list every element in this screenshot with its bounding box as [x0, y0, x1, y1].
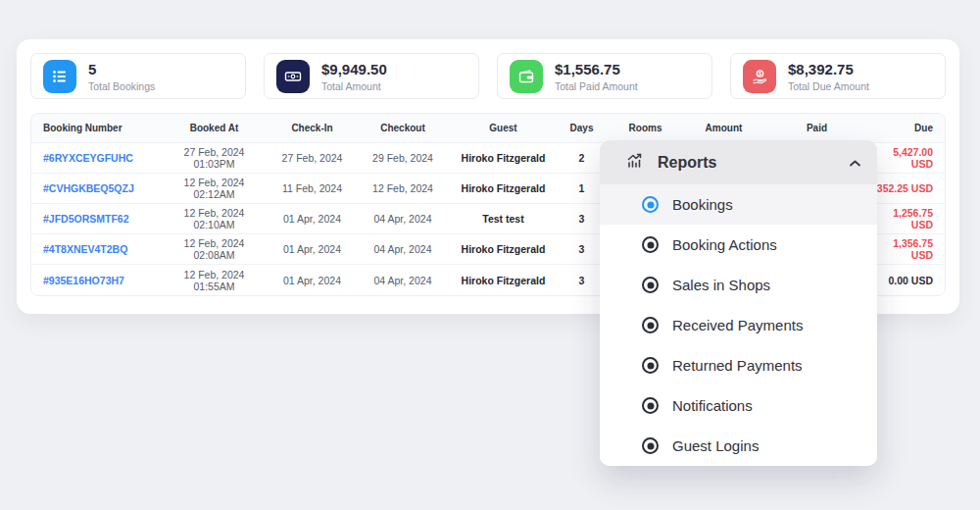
stat-card-total-paid: $1,556.75 Total Paid Amount: [497, 53, 712, 99]
checkout-cell: 04 Apr, 2024: [359, 275, 447, 286]
checkout-cell: 04 Apr, 2024: [359, 213, 447, 225]
hand-dollar-icon: $: [743, 60, 776, 93]
banknote-icon: [276, 60, 310, 93]
check-in-cell: 11 Feb, 2024: [266, 182, 359, 194]
days-cell: 3: [560, 275, 604, 286]
due-cell: 0.00 USD: [873, 275, 933, 286]
due-cell: 5,427.00 USD: [873, 146, 933, 170]
booked-at-cell: 12 Feb, 2024 01:55AM: [163, 269, 266, 292]
check-in-cell: 01 Apr, 2024: [266, 275, 359, 286]
booking-number-link[interactable]: #935E16HO73H7: [43, 275, 163, 286]
column-header-guest: Guest: [447, 123, 560, 133]
menu-item-received-payments[interactable]: Received Payments: [600, 305, 877, 345]
menu-item-label: Notifications: [672, 397, 753, 414]
column-header-days: Days: [560, 123, 604, 133]
days-cell: 1: [560, 182, 604, 194]
chevron-up-icon: [849, 154, 861, 172]
stat-value: $9,949.50: [321, 61, 387, 78]
menu-item-sales-in-shops[interactable]: Sales in Shops: [600, 265, 877, 305]
booking-number-link[interactable]: #4T8XNEV4T2BQ: [43, 243, 163, 255]
stat-value: $8,392.75: [788, 61, 869, 78]
column-header-amount: Amount: [687, 123, 760, 133]
booked-at-cell: 12 Feb, 2024 02:08AM: [163, 237, 266, 261]
menu-item-booking-actions[interactable]: Booking Actions: [600, 225, 877, 265]
list-icon: [43, 60, 76, 93]
reports-dropdown: Reports Bookings Booking Actions Sales i…: [600, 140, 877, 466]
menu-item-label: Bookings: [672, 196, 733, 213]
menu-item-label: Received Payments: [672, 317, 803, 333]
guest-cell: Hiroko Fitzgerald: [447, 275, 560, 286]
booked-at-cell: 12 Feb, 2024 02:12AM: [163, 177, 266, 200]
menu-item-guest-logins[interactable]: Guest Logins: [600, 426, 877, 466]
radio-icon: [642, 357, 659, 374]
column-header-rooms: Rooms: [604, 123, 687, 133]
column-header-due: Due: [873, 123, 933, 133]
chart-icon: [625, 151, 645, 175]
menu-item-notifications[interactable]: Notifications: [600, 385, 877, 426]
checkout-cell: 04 Apr, 2024: [359, 243, 447, 255]
radio-icon: [642, 236, 659, 253]
booking-number-link[interactable]: #6RYXCEYGFUHC: [43, 152, 163, 164]
stat-card-total-bookings: 5 Total Bookings: [30, 53, 246, 99]
column-header-booking-number: Booking Number: [43, 123, 163, 133]
days-cell: 3: [560, 213, 604, 225]
menu-item-label: Sales in Shops: [672, 277, 770, 293]
guest-cell: Hiroko Fitzgerald: [447, 182, 560, 194]
stat-card-total-amount: $9,949.50 Total Amount: [264, 53, 479, 99]
stat-value: $1,556.75: [555, 61, 638, 78]
radio-icon: [642, 317, 659, 333]
column-header-checkout: Checkout: [359, 123, 447, 133]
menu-item-returned-payments[interactable]: Returned Payments: [600, 345, 877, 385]
radio-icon: [642, 196, 659, 213]
check-in-cell: 27 Feb, 2024: [266, 152, 359, 164]
stats-row: 5 Total Bookings $9,949.50 Total Amount …: [30, 53, 946, 99]
stat-label: Total Amount: [321, 80, 387, 92]
due-cell: 1,356.75 USD: [873, 237, 933, 261]
check-in-cell: 01 Apr, 2024: [266, 213, 359, 225]
booked-at-cell: 12 Feb, 2024 02:10AM: [163, 207, 266, 230]
days-cell: 2: [560, 152, 604, 164]
stat-value: 5: [88, 61, 155, 78]
guest-cell: Test test: [447, 213, 560, 225]
menu-item-bookings[interactable]: Bookings: [600, 184, 877, 225]
due-cell: 1,256.75 USD: [873, 207, 933, 230]
menu-item-label: Returned Payments: [672, 357, 803, 374]
radio-icon: [642, 397, 659, 414]
checkout-cell: 12 Feb, 2024: [359, 182, 447, 194]
reports-dropdown-label: Reports: [658, 154, 849, 172]
menu-item-label: Guest Logins: [672, 437, 759, 454]
radio-icon: [642, 437, 659, 454]
guest-cell: Hiroko Fitzgerald: [447, 152, 560, 164]
radio-icon: [642, 277, 659, 293]
due-cell: 352.25 USD: [873, 182, 933, 194]
column-header-booked-at: Booked At: [163, 123, 266, 133]
checkout-cell: 29 Feb, 2024: [359, 152, 447, 164]
booking-number-link[interactable]: #JFD5ORSMTF62: [43, 213, 163, 225]
reports-dropdown-toggle[interactable]: Reports: [600, 140, 877, 184]
stat-label: Total Due Amount: [788, 80, 869, 92]
stat-card-total-due: $ $8,392.75 Total Due Amount: [730, 53, 946, 99]
booking-number-link[interactable]: #CVHGKBEQ5QZJ: [43, 182, 163, 194]
guest-cell: Hiroko Fitzgerald: [447, 243, 560, 255]
wallet-icon: [510, 60, 543, 93]
column-header-paid: Paid: [760, 123, 873, 133]
menu-item-label: Booking Actions: [672, 236, 777, 253]
stat-label: Total Paid Amount: [555, 80, 638, 92]
check-in-cell: 01 Apr, 2024: [266, 243, 359, 255]
stat-label: Total Bookings: [88, 80, 155, 92]
days-cell: 3: [560, 243, 604, 255]
column-header-check-in: Check-In: [266, 123, 359, 133]
table-header-row: Booking Number Booked At Check-In Checko…: [31, 114, 945, 143]
booked-at-cell: 27 Feb, 2024 01:03PM: [163, 146, 266, 170]
